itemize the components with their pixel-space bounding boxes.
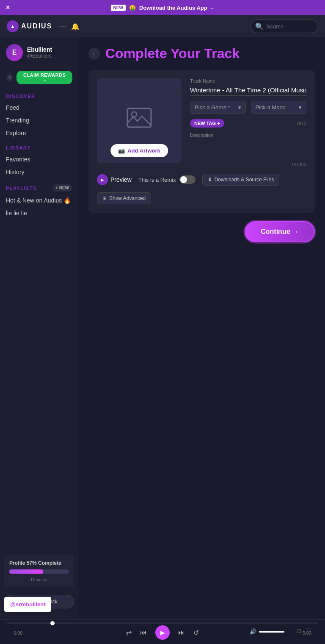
form-layout: 📷 Add Artwork Track Name Pick a Genre *: [97, 78, 306, 167]
main-layout: E Ebullient @Ebullient 0 CLAIM REWARDS →…: [0, 37, 325, 619]
downloads-button[interactable]: ⬇ Downloads & Source Files: [202, 174, 280, 186]
search-box[interactable]: 🔍: [251, 19, 318, 33]
svg-rect-0: [127, 108, 151, 127]
username-label: Ebullient: [27, 46, 52, 53]
prev-track-button[interactable]: ⏮: [140, 629, 147, 636]
track-name-field: Track Name: [190, 78, 306, 96]
sidebar-item-history[interactable]: History: [0, 166, 78, 178]
player-progress-dot: [50, 621, 55, 625]
player-time-left: 0:00: [14, 630, 22, 636]
profile-complete-card: Profile 57% Complete Dismiss: [4, 555, 74, 587]
user-handle-label: @Ebullient: [27, 53, 52, 59]
repeat-button[interactable]: ↺: [193, 629, 199, 637]
tag-count-label: 0/10: [297, 121, 306, 126]
search-icon: 🔍: [255, 22, 264, 31]
sidebar-item-hot-new[interactable]: Hot & New on Audius 🔥: [0, 194, 78, 207]
sidebar: E Ebullient @Ebullient 0 CLAIM REWARDS →…: [0, 37, 78, 619]
player-progress-bar[interactable]: [7, 622, 318, 624]
description-label: Description: [190, 133, 306, 138]
playlists-section-title: PLAYLISTS: [6, 186, 37, 191]
more-options-button[interactable]: ···: [60, 22, 66, 31]
preview-button[interactable]: ▶ Preview: [97, 174, 132, 185]
audius-logo-text: AUDIUS: [21, 22, 52, 30]
search-input[interactable]: [266, 23, 314, 30]
volume-slider[interactable]: [259, 631, 284, 633]
volume-row: 🔊: [250, 628, 284, 635]
banner-text[interactable]: Download the Audius App →: [139, 5, 214, 11]
genre-chevron-icon: ▾: [238, 104, 241, 111]
form-fields: Track Name Pick a Genre * ▾ Pick a Mood …: [190, 78, 306, 167]
player-bar: 0:00 ⇄ ⏮ ▶ ⏭ ↺ 5:00 🔊 ⊡ ♡: [0, 619, 325, 644]
volume-icon: 🔊: [250, 628, 256, 635]
profile-progress-bar: [9, 569, 69, 574]
page-header: ← Complete Your Track: [88, 46, 315, 61]
show-advanced-button[interactable]: ⊞ Show Advanced: [97, 192, 151, 204]
library-section-title: LIBRARY: [0, 139, 78, 153]
track-form-card: 📷 Add Artwork Track Name Pick a Genre *: [88, 70, 315, 213]
track-name-input[interactable]: [190, 85, 306, 96]
genre-label: Pick a Genre *: [195, 104, 230, 111]
preview-play-icon: ▶: [97, 174, 108, 185]
continue-button[interactable]: Continue →: [245, 221, 315, 242]
reward-count-badge: 0: [6, 74, 13, 81]
new-badge: NEW: [111, 5, 126, 11]
claim-rewards-button[interactable]: CLAIM REWARDS →: [17, 71, 72, 84]
page-title: Complete Your Track: [105, 46, 240, 61]
next-track-button[interactable]: ⏭: [178, 629, 185, 636]
new-tag-button[interactable]: NEW TAG +: [190, 119, 224, 128]
main-content: ← Complete Your Track: [78, 37, 325, 619]
sidebar-item-trending[interactable]: Trending: [0, 114, 78, 127]
cast-icon[interactable]: ⊡: [296, 627, 302, 635]
profile-progress-fill: [9, 569, 43, 574]
play-pause-button[interactable]: ▶: [155, 625, 170, 640]
description-count: 0/1000: [190, 162, 306, 167]
description-field: Description 0/1000: [190, 133, 306, 167]
remix-label: This is a Remix: [138, 177, 176, 183]
sidebar-item-lie-lie-lie[interactable]: lie lie lie: [0, 207, 78, 219]
image-placeholder-icon: [126, 107, 153, 135]
bottom-controls: ▶ Preview This is a Remix ⬇ Downloads & …: [97, 174, 306, 204]
sidebar-item-feed[interactable]: Feed: [0, 101, 78, 114]
description-textarea[interactable]: [190, 139, 306, 160]
sidebar-item-favorites[interactable]: Favorites: [0, 153, 78, 166]
genre-mood-row: Pick a Genre * ▾ Pick a Mood ▾: [190, 101, 306, 114]
sidebar-item-explore[interactable]: Explore: [0, 127, 78, 139]
shuffle-button[interactable]: ⇄: [126, 629, 132, 637]
sliders-icon: ⊞: [102, 195, 107, 201]
heart-icon[interactable]: ♡: [306, 627, 311, 635]
player-right-icons: ⊡ ♡: [296, 627, 311, 635]
remix-toggle[interactable]: [179, 175, 196, 184]
mood-select[interactable]: Pick a Mood ▾: [251, 101, 307, 114]
audius-logo-icon: ▲: [7, 20, 19, 32]
dismiss-button[interactable]: Dismiss: [9, 577, 69, 582]
back-button[interactable]: ←: [88, 48, 100, 60]
download-icon: ⬇: [208, 177, 212, 183]
social-handle-card: @srrebullient: [4, 597, 51, 612]
banner-emoji: 🤑: [129, 5, 136, 11]
close-banner-button[interactable]: ×: [6, 4, 10, 11]
artwork-section: 📷 Add Artwork: [97, 78, 182, 167]
user-profile-area: E Ebullient @Ebullient: [0, 44, 78, 67]
new-playlist-button[interactable]: + NEW: [52, 184, 72, 192]
playlists-header: PLAYLISTS + NEW: [0, 178, 78, 194]
mood-label: Pick a Mood: [256, 104, 286, 111]
mood-chevron-icon: ▾: [299, 104, 302, 111]
notifications-bell-icon[interactable]: 🔔: [71, 22, 80, 31]
camera-icon: 📷: [118, 147, 125, 154]
add-artwork-button[interactable]: 📷 Add Artwork: [110, 144, 168, 157]
remix-toggle-row: This is a Remix: [138, 175, 196, 184]
preview-label: Preview: [110, 176, 132, 183]
svg-point-1: [132, 112, 137, 117]
discover-section-title: DISCOVER: [0, 88, 78, 101]
genre-select[interactable]: Pick a Genre * ▾: [190, 101, 246, 114]
header: ▲ AUDIUS ··· 🔔 🔍: [0, 15, 325, 37]
rewards-row: 0 CLAIM REWARDS →: [0, 67, 78, 88]
artwork-upload-box[interactable]: 📷 Add Artwork: [97, 78, 182, 163]
avatar[interactable]: E: [6, 44, 23, 61]
top-banner: × NEW 🤑 Download the Audius App →: [0, 0, 325, 15]
toggle-knob: [180, 176, 187, 183]
tags-row: NEW TAG + 0/10: [190, 119, 306, 128]
logo-area: ▲ AUDIUS: [7, 20, 52, 32]
track-name-label: Track Name: [190, 78, 306, 83]
continue-btn-wrapper: Continue →: [88, 221, 315, 242]
